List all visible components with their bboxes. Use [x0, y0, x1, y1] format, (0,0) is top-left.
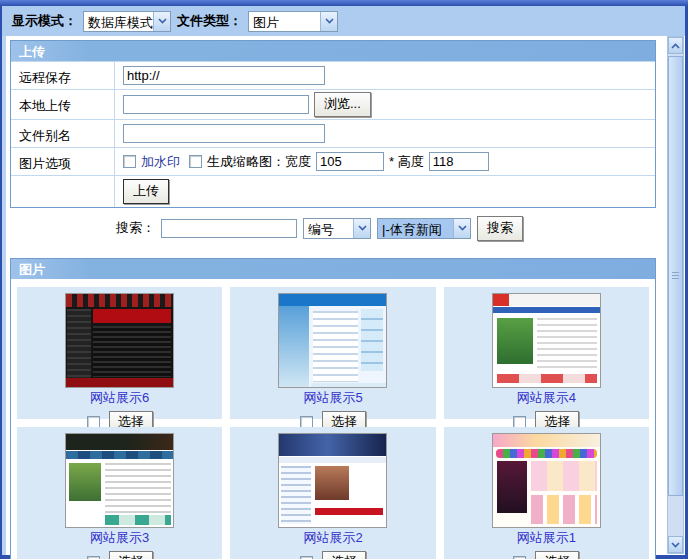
remote-save-label: 远程保存 [11, 62, 115, 89]
image-title: 网站展示5 [230, 389, 435, 407]
thumbnail-image[interactable] [493, 434, 600, 527]
watermark-label: 加水印 [141, 153, 180, 171]
thumbnail-image[interactable] [493, 294, 600, 387]
search-input[interactable] [161, 219, 297, 238]
file-alias-label: 文件别名 [11, 120, 115, 147]
image-title: 网站展示1 [444, 529, 649, 547]
watermark-checkbox[interactable] [123, 155, 136, 168]
category-value: |-体育新闻 [378, 219, 453, 238]
chevron-down-icon[interactable] [153, 12, 170, 31]
scroll-thumb[interactable] [668, 56, 683, 496]
image-options-label: 图片选项 [11, 148, 115, 175]
file-type-select[interactable]: 图片 [248, 11, 338, 32]
display-mode-select[interactable]: 数据库模式 [83, 11, 171, 32]
display-mode-label: 显示模式： [12, 12, 77, 30]
search-submit-button[interactable]: 搜索 [477, 216, 523, 241]
file-type-value: 图片 [249, 12, 320, 31]
thumbnail-width-label: 生成缩略图：宽度 [207, 153, 311, 171]
thumbnail-image[interactable] [279, 294, 386, 387]
upload-button[interactable]: 上传 [123, 179, 169, 204]
local-upload-label: 本地上传 [11, 90, 115, 119]
file-manager-window: 显示模式： 数据库模式 文件类型： 图片 上传 远程保存 本地上传 [0, 0, 688, 559]
chevron-down-icon [671, 542, 680, 548]
browse-button[interactable]: 浏览... [314, 92, 371, 117]
image-title: 网站展示6 [17, 389, 222, 407]
thumbnail-height-label: * 高度 [389, 153, 424, 171]
upload-panel-header: 上传 [11, 41, 655, 61]
search-bar: 搜索： 编号 |-体育新闻 搜索 [116, 216, 523, 240]
image-title: 网站展示2 [230, 529, 435, 547]
image-card: 网站展示1 选择 [444, 427, 649, 559]
image-card: 网站展示6 选择 [17, 287, 222, 419]
chevron-down-icon[interactable] [320, 12, 337, 31]
image-card: 网站展示5 选择 [230, 287, 435, 419]
images-panel: 图片 网站展示6 选择 网站展示5 选择 [10, 258, 656, 559]
vertical-scrollbar[interactable] [667, 36, 684, 554]
thumbnail-image[interactable] [66, 294, 173, 387]
image-card: 网站展示4 选择 [444, 287, 649, 419]
chevron-up-icon [671, 43, 680, 49]
file-alias-input[interactable] [123, 124, 325, 143]
window-left-inner-edge [2, 36, 6, 555]
image-grid: 网站展示6 选择 网站展示5 选择 [11, 279, 655, 559]
chevron-down-icon[interactable] [353, 219, 370, 238]
search-type-select[interactable]: 编号 [303, 218, 371, 239]
image-card: 网站展示2 选择 [230, 427, 435, 559]
thumb-height-input[interactable] [429, 152, 489, 171]
scroll-up-button[interactable] [668, 37, 683, 54]
generate-thumbnail-checkbox[interactable] [189, 155, 202, 168]
search-type-value: 编号 [304, 219, 353, 238]
upload-panel: 上传 远程保存 本地上传 浏览... 文件别名 图片选项 加水印 [10, 40, 656, 208]
chevron-down-icon[interactable] [453, 219, 470, 238]
select-button[interactable]: 选择 [322, 551, 366, 559]
select-button[interactable]: 选择 [535, 551, 579, 559]
scroll-down-button[interactable] [668, 536, 683, 553]
thumbnail-image[interactable] [279, 434, 386, 527]
image-title: 网站展示4 [444, 389, 649, 407]
images-panel-header: 图片 [11, 259, 655, 279]
file-type-label: 文件类型： [177, 12, 242, 30]
category-select[interactable]: |-体育新闻 [377, 218, 471, 239]
select-button[interactable]: 选择 [109, 551, 153, 559]
toolbar: 显示模式： 数据库模式 文件类型： 图片 [2, 6, 685, 36]
thumbnail-image[interactable] [66, 434, 173, 527]
image-card: 网站展示3 选择 [17, 427, 222, 559]
search-label: 搜索： [116, 219, 155, 237]
empty-label-cell [11, 176, 115, 207]
display-mode-value: 数据库模式 [84, 12, 153, 31]
local-file-input[interactable] [123, 95, 309, 114]
image-title: 网站展示3 [17, 529, 222, 547]
remote-url-input[interactable] [123, 66, 325, 85]
thumb-width-input[interactable] [316, 152, 384, 171]
